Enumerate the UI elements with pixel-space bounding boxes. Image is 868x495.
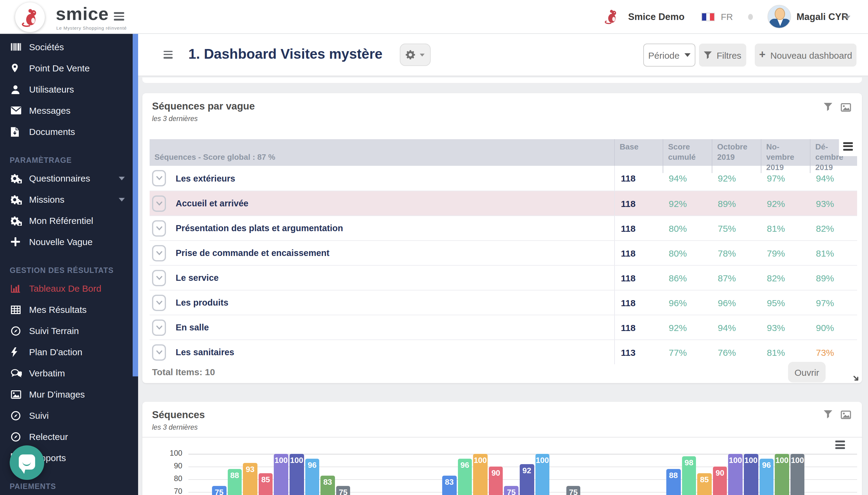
- envelope-icon: [11, 105, 23, 116]
- bar[interactable]: 92: [520, 464, 534, 495]
- bar-value-label: 100: [473, 456, 487, 465]
- bar-value-label: 100: [274, 456, 288, 465]
- sequence-name[interactable]: Les produits: [176, 298, 228, 307]
- bar[interactable]: 96: [458, 459, 472, 495]
- table-menu-icon[interactable]: [843, 142, 853, 152]
- sidebar-item-mur-dimages[interactable]: Mur D'images: [0, 383, 138, 405]
- sidebar-scrollbar[interactable]: [133, 34, 138, 376]
- filtres-button[interactable]: Filtres: [699, 44, 746, 67]
- expand-row-button[interactable]: [152, 294, 166, 311]
- bar[interactable]: 90: [489, 466, 503, 495]
- expand-row-button[interactable]: [152, 170, 166, 186]
- bar-value-label: 83: [442, 477, 456, 486]
- bar[interactable]: 100: [728, 454, 743, 495]
- bar[interactable]: 75: [566, 485, 580, 495]
- resize-handle-icon[interactable]: [853, 374, 861, 382]
- nouveau-dashboard-button[interactable]: + Nouveau dashboard: [755, 44, 856, 67]
- sidebar-item-plan-daction[interactable]: Plan D'action: [0, 341, 138, 362]
- sidebar-item-verbatim[interactable]: Verbatim: [0, 362, 138, 383]
- bar[interactable]: 75: [336, 485, 350, 495]
- smice-logo[interactable]: [15, 2, 45, 32]
- sequence-name[interactable]: Les extérieurs: [176, 173, 235, 183]
- sequence-name[interactable]: Les sanitaires: [176, 347, 234, 357]
- bar[interactable]: 83: [442, 475, 456, 495]
- bar[interactable]: 75: [504, 485, 519, 495]
- bar[interactable]: 98: [682, 456, 696, 495]
- bar[interactable]: 83: [321, 475, 335, 495]
- table-row: Prise de commande et encaissement11880%7…: [150, 240, 857, 265]
- score-value: 82%: [761, 273, 810, 283]
- expand-row-button[interactable]: [152, 220, 166, 236]
- sidebar-item-societes[interactable]: Sociétés: [0, 36, 138, 57]
- bar[interactable]: 85: [259, 473, 273, 495]
- periode-button[interactable]: Période: [643, 44, 695, 67]
- sidebar-item-messages[interactable]: Messages: [0, 100, 138, 121]
- score-value: 92%: [712, 173, 761, 183]
- score-value: 90%: [810, 322, 857, 332]
- brand-name: smice: [56, 4, 109, 24]
- sidebar-item-questionnaires[interactable]: Questionnaires: [0, 168, 138, 189]
- table-header-octobre[interactable]: Octobre 2019: [712, 139, 761, 173]
- dashboard-menu-icon[interactable]: [164, 51, 173, 60]
- workspace-name[interactable]: Smice Demo: [628, 12, 685, 22]
- expand-row-button[interactable]: [152, 270, 166, 286]
- expand-row-button[interactable]: [152, 344, 166, 360]
- sidebar-item-label: Mes Résultats: [29, 304, 87, 315]
- panel-image-icon[interactable]: [841, 103, 851, 112]
- score-value: 94%: [712, 322, 761, 332]
- table-header-novembre[interactable]: No- vembre 2019: [761, 139, 810, 173]
- table-header-sequences[interactable]: Séquences - Score global : 87 %: [150, 139, 614, 173]
- bar[interactable]: 96: [305, 459, 319, 495]
- menu-toggle-icon[interactable]: [114, 12, 124, 22]
- bar[interactable]: 100: [290, 454, 304, 495]
- sidebar-item-mes-resultats[interactable]: Mes Résultats: [0, 299, 138, 320]
- bar[interactable]: 93: [243, 463, 257, 495]
- dashboard-settings-button[interactable]: [400, 44, 431, 66]
- sequence-name[interactable]: Accueil et arrivée: [176, 199, 248, 208]
- expand-row-button[interactable]: [152, 245, 166, 261]
- sidebar-item-documents[interactable]: Documents: [0, 121, 138, 142]
- sequence-name[interactable]: Prise de commande et encaissement: [176, 248, 329, 258]
- chat-bubble-icon: [19, 455, 35, 470]
- sidebar-item-suivi-terrain[interactable]: Suivi Terrain: [0, 320, 138, 341]
- sidebar-item-nouvelle-vague[interactable]: Nouvelle Vague: [0, 231, 138, 252]
- sidebar-item-relecteur[interactable]: Relecteur: [0, 426, 138, 447]
- sidebar-item-point-de-vente[interactable]: Point De Vente: [0, 57, 138, 79]
- bar[interactable]: 88: [227, 469, 242, 495]
- chevron-down-icon[interactable]: [119, 177, 125, 180]
- language-label[interactable]: FR: [721, 12, 733, 22]
- bar[interactable]: 88: [666, 469, 681, 495]
- bar[interactable]: 90: [713, 466, 727, 495]
- sidebar: SociétésPoint De VenteUtilisateursMessag…: [0, 34, 138, 495]
- user-avatar[interactable]: [767, 5, 791, 29]
- sidebar-item-utilisateurs[interactable]: Utilisateurs: [0, 79, 138, 100]
- bar[interactable]: 100: [775, 454, 789, 495]
- bar[interactable]: 100: [274, 454, 288, 495]
- expand-row-button[interactable]: [152, 319, 166, 336]
- sidebar-item-tableaux-de-bord[interactable]: Tableaux De Bord: [0, 278, 138, 299]
- bar[interactable]: 75: [212, 485, 226, 495]
- sequence-name[interactable]: Le service: [176, 273, 219, 283]
- bar[interactable]: 96: [759, 459, 773, 495]
- ouvrir-button[interactable]: Ouvrir: [788, 362, 825, 382]
- sequence-name[interactable]: Présentation des plats et argumentation: [176, 223, 343, 233]
- panel-filter-icon[interactable]: [824, 103, 832, 112]
- sidebar-item-suivi[interactable]: Suivi: [0, 405, 138, 426]
- user-name[interactable]: Magali CYR: [797, 12, 848, 22]
- bar[interactable]: 100: [790, 454, 805, 495]
- chat-widget-button[interactable]: [10, 445, 44, 480]
- sidebar-item-missions[interactable]: Missions: [0, 189, 138, 210]
- table-header-score-cumule[interactable]: Score cumulé: [663, 139, 712, 173]
- expand-row-button[interactable]: [152, 195, 166, 211]
- french-flag-icon[interactable]: [701, 13, 715, 21]
- bar[interactable]: 85: [697, 473, 711, 495]
- bar[interactable]: 100: [535, 454, 550, 495]
- user-menu-caret-icon[interactable]: [845, 16, 850, 19]
- filter-icon: [704, 51, 712, 59]
- chevron-down-icon[interactable]: [119, 198, 125, 202]
- bar[interactable]: 100: [744, 454, 758, 495]
- bar[interactable]: 100: [473, 454, 487, 495]
- sidebar-item-mon-referentiel[interactable]: Mon Référentiel: [0, 210, 138, 231]
- bar-value-label: 96: [759, 461, 773, 470]
- sequence-name[interactable]: En salle: [176, 323, 209, 332]
